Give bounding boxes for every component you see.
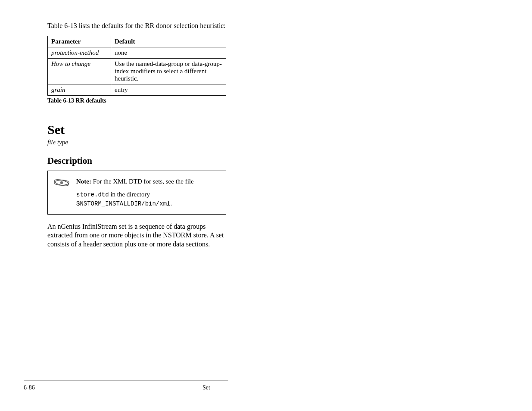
description-paragraph: An nGenius InfiniStream set is a sequenc… [47, 222, 228, 249]
param-name: grain [48, 84, 111, 95]
param-name: How to change [48, 58, 111, 84]
param-name: protection-method [48, 47, 111, 58]
note-mid-text: in the directory [110, 191, 150, 198]
table-row: grain entry [48, 84, 226, 95]
table-row: protection-method none [48, 47, 226, 58]
table-caption: Table 6-13 RR defaults [47, 97, 228, 104]
footer-page-number: 6-86 [24, 384, 35, 391]
param-value: Use the named-data-group or data-group-i… [111, 58, 226, 84]
file-type-title: Set [47, 122, 228, 137]
section-heading: Description [47, 156, 228, 166]
table-header-default: Default [111, 36, 226, 47]
note-body: store.dtd in the directory $NSTORM_INSTA… [53, 190, 221, 208]
note-icon [53, 177, 76, 187]
param-value: none [111, 47, 226, 58]
file-type-tag: file type [47, 139, 228, 146]
note-label: Note: [76, 178, 91, 185]
footer-rule [24, 380, 228, 380]
param-value: entry [111, 84, 226, 95]
table-row: How to change Use the named-data-group o… [48, 58, 226, 84]
note-filename: store.dtd [76, 191, 109, 198]
defaults-table: Parameter Default protection-method none… [47, 36, 226, 96]
footer-section: Set [202, 384, 210, 391]
lead-paragraph: Table 6-13 lists the defaults for the RR… [47, 22, 228, 31]
note-end: . [170, 200, 172, 207]
note-box: Note: For the XML DTD for sets, see the … [47, 171, 226, 215]
note-path: $NSTORM_INSTALLDIR/bin/xml [76, 200, 170, 207]
note-heading: Note: For the XML DTD for sets, see the … [76, 177, 221, 186]
note-head-text: For the XML DTD for sets, see the file [93, 178, 194, 185]
table-header-parameter: Parameter [48, 36, 111, 47]
svg-point-2 [60, 181, 63, 184]
